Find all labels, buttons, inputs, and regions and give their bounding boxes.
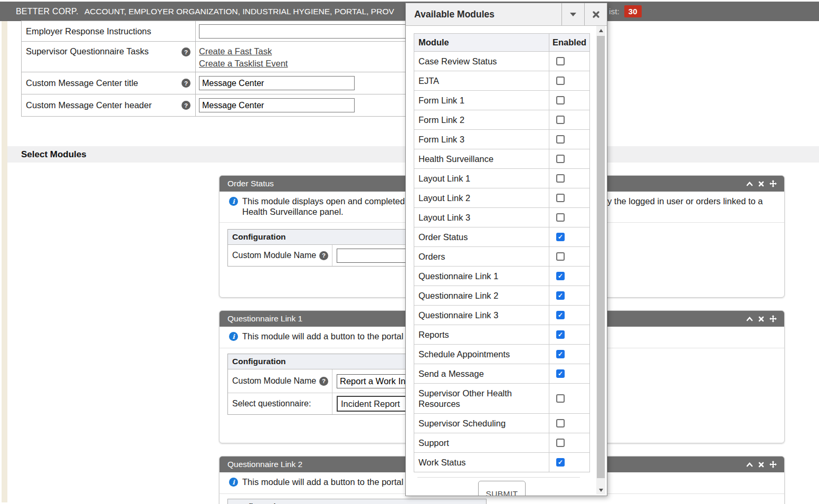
module-enabled-cell	[549, 130, 589, 149]
module-checkbox[interactable]	[556, 213, 565, 222]
collapse-icon[interactable]	[746, 181, 753, 186]
module-name: Order Status	[414, 227, 549, 246]
module-name: Questionnaire Link 1	[414, 267, 549, 286]
configuration-box: Configuration	[227, 499, 487, 504]
modules-table: Module Enabled Case Review Status EJTA F…	[414, 33, 590, 472]
module-enabled-cell	[549, 71, 589, 90]
module-checkbox[interactable]	[556, 458, 565, 467]
table-row: Form Link 1	[414, 91, 589, 110]
module-checkbox[interactable]	[556, 57, 565, 65]
table-row: Layout Link 3	[414, 208, 589, 227]
module-enabled-cell	[549, 267, 589, 286]
collapse-icon[interactable]	[746, 462, 753, 467]
table-row: Support	[414, 433, 589, 453]
module-name: Questionnaire Link 2	[414, 286, 549, 305]
module-name: Layout Link 3	[414, 208, 549, 227]
table-row: Order Status	[414, 227, 589, 247]
configuration-header: Configuration	[228, 499, 486, 504]
field-label: Employer Response Instructions	[22, 21, 196, 41]
scrollbar-up-arrow[interactable]	[596, 26, 605, 35]
module-name: Orders	[414, 247, 549, 266]
top-nav-menu[interactable]: ACCOUNT, EMPLOYER ORGANIZATION, INDUSTRI…	[84, 2, 404, 21]
help-icon[interactable]: ?	[319, 377, 328, 386]
table-row: Orders	[414, 247, 589, 267]
help-icon[interactable]: ?	[319, 251, 328, 260]
table-row: Layout Link 1	[414, 169, 589, 188]
scrollbar-thumb[interactable]	[597, 36, 605, 478]
dialog-collapse-button[interactable]	[561, 3, 584, 25]
module-checkbox[interactable]	[556, 174, 565, 183]
field-label: Custom Message Center header ?	[22, 94, 196, 116]
dialog-divider	[417, 477, 580, 478]
create-fast-task-link[interactable]: Create a Fast Task	[199, 46, 272, 56]
module-name: Health Surveillance	[414, 149, 549, 168]
info-text-fragment: This module will add a button to the por…	[242, 477, 411, 487]
module-name: Form Link 1	[414, 91, 549, 110]
module-checkbox[interactable]	[556, 135, 565, 144]
module-checkbox[interactable]	[556, 116, 565, 124]
submit-button[interactable]: SUBMIT	[478, 481, 526, 496]
module-checkbox[interactable]	[556, 155, 565, 163]
help-icon[interactable]: ?	[182, 101, 191, 110]
module-checkbox[interactable]	[556, 96, 565, 104]
module-name: Supervisor Scheduling	[414, 414, 549, 433]
module-enabled-cell	[549, 91, 589, 110]
table-row: Health Surveillance	[414, 149, 589, 169]
module-enabled-cell	[549, 325, 589, 344]
module-checkbox[interactable]	[556, 330, 565, 339]
table-row: EJTA	[414, 71, 589, 91]
portal-settings-page: BETTER CORP. ACCOUNT, EMPLOYER ORGANIZAT…	[0, 0, 819, 504]
move-icon[interactable]	[769, 461, 777, 468]
collapse-icon[interactable]	[746, 316, 753, 321]
message-center-header-input[interactable]	[199, 98, 355, 112]
close-icon[interactable]	[758, 462, 764, 468]
close-icon[interactable]	[758, 316, 764, 322]
module-checkbox[interactable]	[556, 77, 565, 85]
module-enabled-cell	[549, 208, 589, 227]
dialog-close-button[interactable]	[584, 3, 607, 25]
help-icon[interactable]: ?	[182, 79, 191, 88]
module-checkbox[interactable]	[556, 233, 565, 241]
module-enabled-cell	[549, 364, 589, 383]
chevron-down-icon	[570, 13, 576, 16]
table-row: Supervisor Other Health Resources	[414, 384, 589, 414]
module-checkbox[interactable]	[556, 252, 565, 261]
module-checkbox[interactable]	[556, 311, 565, 319]
tasklist-label-partial: ist:	[609, 7, 620, 16]
module-name: EJTA	[414, 71, 549, 90]
move-icon[interactable]	[769, 180, 777, 187]
move-icon[interactable]	[769, 315, 777, 322]
module-name: Supervisor Other Health Resources	[414, 384, 549, 413]
table-row: Questionnaire Link 1	[414, 267, 589, 286]
module-checkbox[interactable]	[556, 194, 565, 202]
module-enabled-cell	[549, 149, 589, 168]
scrollbar-down-arrow[interactable]	[596, 486, 605, 495]
module-checkbox[interactable]	[556, 419, 565, 427]
config-label: Select questionnaire:	[228, 393, 332, 414]
available-modules-dialog: Available Modules Module Enabled Case Re…	[405, 3, 607, 496]
module-checkbox[interactable]	[556, 291, 565, 300]
help-icon[interactable]: ?	[182, 47, 191, 56]
module-checkbox[interactable]	[556, 369, 565, 378]
module-enabled-cell	[549, 453, 589, 472]
table-row: Questionnaire Link 2	[414, 286, 589, 306]
create-tasklist-event-link[interactable]: Create a Tasklist Event	[199, 59, 288, 69]
module-name: Send a Message	[414, 364, 549, 383]
module-enabled-cell	[549, 188, 589, 207]
module-name: Case Review Status	[414, 52, 549, 71]
module-checkbox[interactable]	[556, 350, 565, 358]
message-center-title-input[interactable]	[199, 76, 355, 90]
table-row: Form Link 2	[414, 110, 589, 130]
module-enabled-cell	[549, 345, 589, 364]
module-enabled-cell	[549, 110, 589, 129]
info-icon: i	[229, 332, 238, 341]
module-enabled-cell	[549, 52, 589, 71]
dialog-scrollbar	[596, 26, 605, 495]
tasklist-count-badge[interactable]: 30	[624, 5, 642, 17]
module-checkbox[interactable]	[556, 272, 565, 280]
dialog-title: Available Modules	[406, 3, 561, 25]
close-icon[interactable]	[758, 181, 764, 187]
module-checkbox[interactable]	[556, 439, 565, 447]
module-enabled-cell	[549, 227, 589, 246]
module-checkbox[interactable]	[556, 394, 565, 403]
